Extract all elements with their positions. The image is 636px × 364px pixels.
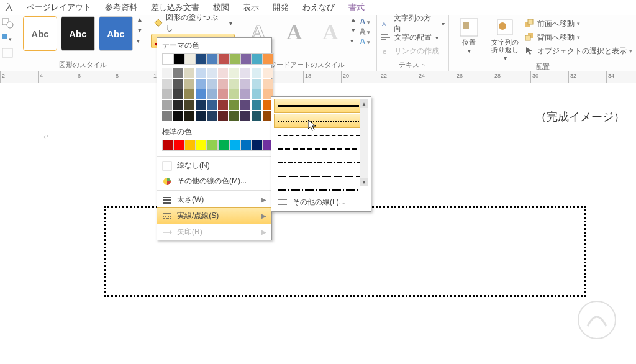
theme-shade-swatch[interactable] xyxy=(207,100,217,110)
theme-shade-swatch[interactable] xyxy=(252,100,261,110)
position-button[interactable]: 位置 ▾ xyxy=(453,16,485,54)
shape-style-preset-2[interactable]: Abc xyxy=(61,16,95,51)
theme-shade-swatch[interactable] xyxy=(162,100,172,110)
theme-shade-swatch[interactable] xyxy=(173,111,183,121)
theme-shade-swatch[interactable] xyxy=(173,100,183,110)
theme-shade-swatch[interactable] xyxy=(229,100,239,110)
theme-color-swatch[interactable] xyxy=(263,53,274,65)
text-outline-icon[interactable]: A ▾ xyxy=(360,27,370,36)
theme-shade-swatch[interactable] xyxy=(240,79,250,89)
standard-color-swatch[interactable] xyxy=(252,140,263,151)
theme-color-swatch[interactable] xyxy=(252,53,263,65)
text-direction-button[interactable]: A 文字列の方向 ▾ xyxy=(381,17,445,30)
theme-shade-swatch[interactable] xyxy=(240,111,250,121)
theme-shade-swatch[interactable] xyxy=(184,111,194,121)
dash-round-dot[interactable] xyxy=(274,114,368,128)
dash-dash[interactable] xyxy=(274,142,368,155)
theme-shade-swatch[interactable] xyxy=(207,89,217,99)
tab-insert-cut[interactable]: 入 xyxy=(5,2,13,13)
theme-shade-swatch[interactable] xyxy=(196,89,206,99)
theme-shade-swatch[interactable] xyxy=(173,68,183,78)
tab-view[interactable]: 表示 xyxy=(243,2,259,13)
dash-long-dash-dot[interactable] xyxy=(274,183,368,191)
standard-color-swatch[interactable] xyxy=(229,140,240,151)
theme-shade-swatch[interactable] xyxy=(252,79,261,89)
style-gallery-more-icon[interactable]: ▾ xyxy=(137,37,143,44)
style-gallery-down-icon[interactable]: ▼ xyxy=(137,27,143,34)
theme-shade-swatch[interactable] xyxy=(184,79,194,89)
theme-shade-swatch[interactable] xyxy=(207,68,217,78)
wrap-text-button[interactable]: 文字列の 折り返し ▾ xyxy=(489,16,521,61)
horizontal-ruler[interactable]: 246810121416182022242628303234363840 xyxy=(0,71,636,83)
standard-color-swatch[interactable] xyxy=(173,140,184,151)
theme-color-swatch[interactable] xyxy=(207,53,218,65)
theme-shade-swatch[interactable] xyxy=(173,79,183,89)
theme-shade-swatch[interactable] xyxy=(162,89,172,99)
scroll-down-icon[interactable]: ▼ xyxy=(360,178,368,186)
theme-shade-swatch[interactable] xyxy=(252,111,261,121)
dash-long-dash[interactable] xyxy=(274,170,368,183)
theme-shade-swatch[interactable] xyxy=(196,100,206,110)
standard-color-swatch[interactable] xyxy=(240,140,252,151)
theme-color-swatch[interactable] xyxy=(162,53,173,65)
theme-shade-swatch[interactable] xyxy=(196,111,206,121)
shapes-insert-icon[interactable] xyxy=(1,17,15,30)
scroll-up-icon[interactable]: ▲ xyxy=(360,99,368,108)
theme-shade-swatch[interactable] xyxy=(218,89,228,99)
dash-solid[interactable] xyxy=(274,99,368,113)
theme-shade-swatch[interactable] xyxy=(263,68,273,78)
theme-shade-swatch[interactable] xyxy=(218,68,228,78)
bring-forward-button[interactable]: 前面へ移動 xyxy=(525,17,632,30)
style-gallery-up-icon[interactable]: ▲ xyxy=(137,16,143,23)
theme-shade-swatch[interactable] xyxy=(229,111,239,121)
shape-style-preset-3[interactable]: Abc xyxy=(99,16,133,51)
theme-shade-swatch[interactable] xyxy=(162,111,172,121)
theme-shade-swatch[interactable] xyxy=(218,111,228,121)
theme-shade-swatch[interactable] xyxy=(263,79,273,89)
dashes-submenu[interactable]: 実線/点線(S)▶ xyxy=(157,207,271,224)
theme-shade-swatch[interactable] xyxy=(184,68,194,78)
wordart-gallery-up-icon[interactable]: ▲ xyxy=(350,16,357,23)
theme-shade-swatch[interactable] xyxy=(196,68,206,78)
shape-style-preset-1[interactable]: Abc xyxy=(23,16,57,51)
wordart-preset-3[interactable]: A xyxy=(314,16,347,48)
theme-shade-swatch[interactable] xyxy=(207,111,217,121)
theme-shade-swatch[interactable] xyxy=(229,89,239,99)
tab-developer[interactable]: 開発 xyxy=(273,2,289,13)
theme-shade-swatch[interactable] xyxy=(240,100,250,110)
tab-references[interactable]: 参考資料 xyxy=(105,2,137,13)
theme-shade-swatch[interactable] xyxy=(218,100,228,110)
tab-mailings[interactable]: 差し込み文書 xyxy=(151,2,199,13)
theme-shade-swatch[interactable] xyxy=(184,89,194,99)
theme-shade-swatch[interactable] xyxy=(229,79,239,89)
flyout-scrollbar[interactable]: ▲ ▼ xyxy=(360,99,368,186)
tab-pagelayout[interactable]: ページレイアウト xyxy=(27,2,91,13)
theme-shade-swatch[interactable] xyxy=(162,79,172,89)
tab-format[interactable]: 書式 xyxy=(348,2,365,13)
standard-color-swatch[interactable] xyxy=(196,140,207,151)
dash-square-dot[interactable] xyxy=(274,129,368,142)
standard-color-swatch[interactable] xyxy=(184,140,196,151)
text-align-button[interactable]: 文字の配置 ▾ xyxy=(381,31,445,43)
selection-pane-button[interactable]: オブジェクトの選択と表示 xyxy=(525,45,632,57)
theme-shade-swatch[interactable] xyxy=(218,79,228,89)
send-backward-button[interactable]: 背面へ移動 xyxy=(525,31,632,43)
theme-color-swatch[interactable] xyxy=(218,53,229,65)
theme-shade-swatch[interactable] xyxy=(207,79,217,89)
theme-color-swatch[interactable] xyxy=(229,53,240,65)
theme-color-swatch[interactable] xyxy=(184,53,196,65)
theme-shade-swatch[interactable] xyxy=(173,89,183,99)
dash-dash-dot[interactable] xyxy=(274,156,368,169)
wordart-gallery-more-icon[interactable]: ▾ xyxy=(350,37,357,44)
no-outline-item[interactable]: 線なし(N) xyxy=(157,158,271,173)
theme-shade-swatch[interactable] xyxy=(162,68,172,78)
wordart-gallery-down-icon[interactable]: ▼ xyxy=(350,27,357,34)
theme-shade-swatch[interactable] xyxy=(184,100,194,110)
theme-shade-swatch[interactable] xyxy=(240,89,250,99)
more-colors-item[interactable]: その他の線の色(M)... xyxy=(157,173,271,189)
theme-shade-swatch[interactable] xyxy=(229,68,239,78)
standard-color-swatch[interactable] xyxy=(218,140,229,151)
standard-color-swatch[interactable] xyxy=(162,140,173,151)
tab-review[interactable]: 校閲 xyxy=(213,2,229,13)
theme-color-swatch[interactable] xyxy=(240,53,252,65)
